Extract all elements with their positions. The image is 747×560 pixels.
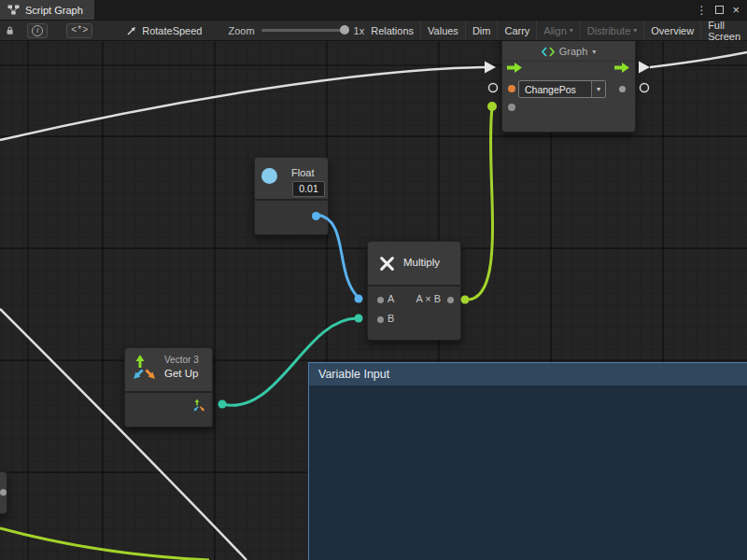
multiply-icon (379, 256, 395, 272)
toolbar-buttons: Relations Values Dim Carry Align▾ Distri… (364, 21, 747, 40)
unconnected-port-ring-left[interactable] (489, 84, 498, 92)
script-graph-icon (542, 47, 555, 57)
node-multiply[interactable]: Multiply A A × B B (367, 241, 461, 341)
script-graph-window: Script Graph ⋮ × i <*> RotateSpeed Zoom (0, 0, 747, 560)
toolbar-button-values[interactable]: Values (420, 21, 465, 40)
group-title: Variable Input (318, 368, 389, 381)
wire-end-dot (355, 315, 363, 323)
wire-multiply-result-to-output[interactable] (465, 107, 493, 300)
graph-toolbar: i <*> RotateSpeed Zoom 1x Relations Valu… (0, 21, 747, 41)
tab-bar: Script Graph ⋮ × (0, 0, 747, 21)
variable-dropdown-value: ChangePos (519, 84, 591, 95)
toolbar-button-align[interactable]: Align▾ (536, 21, 579, 40)
flow-arrowhead-out (639, 62, 650, 74)
tab-label: Script Graph (25, 5, 83, 16)
node-title: Multiply (403, 257, 440, 268)
graph-canvas[interactable]: Variable Input Graph ▾ (0, 41, 747, 560)
value-input-port-dot[interactable] (508, 104, 515, 111)
dropdown-caret-icon: ▾ (591, 81, 605, 97)
graph-icon (7, 5, 20, 15)
port-a-label: A (388, 293, 394, 304)
flow-input-arrow-icon[interactable] (507, 62, 522, 74)
zoom-slider[interactable] (261, 29, 347, 32)
group-variable-input: Variable Input (308, 362, 747, 560)
info-button[interactable]: i (27, 23, 48, 38)
info-icon: i (32, 25, 43, 36)
flow-wire-in[interactable] (0, 67, 485, 140)
port-a-dot[interactable] (377, 297, 384, 303)
toolbar-button-relations[interactable]: Relations (364, 21, 420, 40)
toolbar-button-dim[interactable]: Dim (465, 21, 498, 40)
node-float[interactable]: Float 0.01 (254, 157, 329, 235)
port-b-label: B (388, 313, 394, 324)
toolbar-button-overview[interactable]: Overview (643, 21, 700, 40)
node-header[interactable]: Graph ▾ (502, 46, 635, 57)
port-dot[interactable] (0, 489, 7, 496)
zoom-knob[interactable] (340, 25, 349, 35)
variable-dropdown[interactable]: ChangePos ▾ (518, 80, 606, 98)
unconnected-port-ring-right[interactable] (641, 84, 649, 92)
vector3-icon (133, 354, 157, 382)
vector3-output-port-dot[interactable] (218, 400, 227, 409)
float-output-port-dot[interactable] (312, 212, 320, 220)
zoom-label: Zoom (228, 25, 254, 36)
port-result-dot[interactable] (447, 297, 454, 303)
maximize-icon[interactable] (715, 6, 724, 14)
node-vector3-get-up[interactable]: Vector 3 Get Up (124, 347, 213, 427)
port-b-dot[interactable] (377, 316, 384, 323)
close-icon[interactable]: × (732, 4, 740, 16)
wire-start-dot (461, 296, 470, 304)
graph-name-breadcrumb[interactable]: RotateSpeed (126, 25, 202, 36)
wire-end-dot (487, 102, 497, 111)
flow-arrowhead-in (485, 62, 496, 74)
flow-wire-out[interactable] (650, 52, 747, 67)
wire-bottom-left[interactable] (0, 528, 209, 560)
node-port-area (255, 199, 328, 234)
lock-icon[interactable] (6, 24, 14, 36)
partial-node-left[interactable] (0, 471, 7, 514)
toolbar-button-fullscreen[interactable]: Full Screen (700, 21, 747, 40)
variable-name-port-dot[interactable] (508, 85, 515, 92)
toolbar-button-distribute[interactable]: Distribute▾ (580, 21, 643, 40)
node-graph-output[interactable]: Graph ▾ ChangePos ▾ (501, 41, 636, 133)
caret-down-icon: ▾ (592, 48, 596, 56)
vector3-mini-icon (193, 399, 205, 413)
toolbar-button-carry[interactable]: Carry (497, 21, 536, 40)
code-toggle-button[interactable]: <*> (66, 23, 92, 38)
caret-down-icon: ▾ (633, 26, 637, 35)
zoom-level: 1x (354, 25, 365, 36)
node-title: Get Up (164, 368, 198, 379)
value-output-port-dot[interactable] (619, 86, 626, 92)
float-value-input[interactable]: 0.01 (292, 181, 325, 197)
node-port-area (125, 391, 212, 427)
node-subtitle: Vector 3 (164, 355, 199, 365)
port-result-label: A × B (416, 293, 441, 304)
group-header[interactable]: Variable Input (309, 363, 747, 385)
flow-output-arrow-icon[interactable] (614, 62, 629, 74)
code-icon: <*> (71, 25, 88, 35)
node-port-area: A A × B B (368, 285, 460, 340)
tab-script-graph[interactable]: Script Graph (0, 0, 94, 20)
node-title: Graph (559, 46, 588, 57)
graph-name-label: RotateSpeed (142, 25, 202, 36)
node-title: Float (291, 167, 314, 178)
kebab-menu-icon[interactable]: ⋮ (696, 5, 707, 16)
wire-end-dot (355, 295, 363, 303)
graph-asset-icon (126, 25, 137, 36)
float-type-icon (261, 168, 277, 184)
caret-down-icon: ▾ (570, 26, 573, 35)
